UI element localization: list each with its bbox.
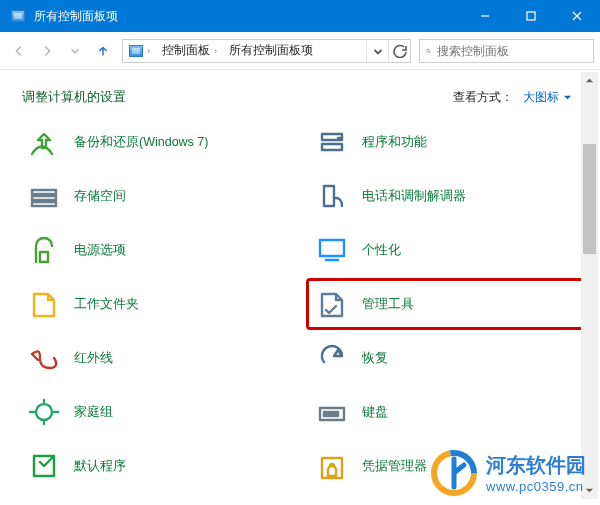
item-storage-spaces-label: 存储空间 — [74, 188, 126, 205]
item-recovery[interactable]: 恢复 — [308, 334, 590, 382]
item-infrared-icon — [24, 338, 64, 378]
maximize-button[interactable] — [508, 0, 554, 32]
item-programs-features-label: 程序和功能 — [362, 134, 427, 151]
breadcrumb-control-panel[interactable]: 控制面板› — [156, 40, 223, 62]
minimize-button[interactable] — [462, 0, 508, 32]
item-default-programs-icon — [24, 446, 64, 486]
item-programs-features-icon — [312, 122, 352, 162]
item-phone-modem-icon — [312, 176, 352, 216]
window-title: 所有控制面板项 — [30, 8, 462, 25]
item-default-programs[interactable]: 默认程序 — [20, 442, 302, 490]
item-region[interactable]: 区域 — [308, 496, 590, 503]
search-box[interactable] — [419, 39, 594, 63]
item-power-options[interactable]: 电源选项 — [20, 226, 302, 274]
item-backup-restore-label: 备份和还原(Windows 7) — [74, 134, 208, 151]
item-homegroup-label: 家庭组 — [74, 404, 113, 421]
forward-button[interactable] — [34, 38, 60, 64]
item-admin-tools[interactable]: 管理工具 — [308, 280, 590, 328]
recent-dropdown[interactable] — [62, 38, 88, 64]
item-phone-modem[interactable]: 电话和调制解调器 — [308, 172, 590, 220]
search-icon — [426, 45, 431, 57]
item-admin-tools-label: 管理工具 — [362, 296, 414, 313]
scrollbar[interactable] — [581, 72, 598, 499]
address-dropdown[interactable] — [366, 40, 388, 62]
item-work-folders-icon — [24, 284, 64, 324]
item-storage-spaces[interactable]: 存储空间 — [20, 172, 302, 220]
item-homegroup-icon — [24, 392, 64, 432]
app-icon — [6, 10, 30, 22]
item-keyboard-label: 键盘 — [362, 404, 388, 421]
breadcrumb-root[interactable]: › — [123, 40, 156, 62]
item-work-folders[interactable]: 工作文件夹 — [20, 280, 302, 328]
scroll-thumb[interactable] — [583, 144, 596, 254]
item-recovery-label: 恢复 — [362, 350, 388, 367]
view-mode-dropdown[interactable]: 大图标 — [523, 89, 572, 106]
item-personalization-label: 个性化 — [362, 242, 401, 259]
item-backup-restore-icon — [24, 122, 64, 162]
item-homegroup[interactable]: 家庭组 — [20, 388, 302, 436]
titlebar: 所有控制面板项 — [0, 0, 600, 32]
scroll-up[interactable] — [581, 72, 598, 89]
content-area: 备份和还原(Windows 7)程序和功能存储空间电话和调制解调器电源选项个性化… — [0, 116, 600, 503]
up-button[interactable] — [90, 38, 116, 64]
item-admin-tools-icon — [312, 284, 352, 324]
item-infrared-label: 红外线 — [74, 350, 113, 367]
svg-rect-0 — [527, 12, 535, 20]
item-power-options-label: 电源选项 — [74, 242, 126, 259]
search-input[interactable] — [437, 44, 587, 58]
item-backup-restore[interactable]: 备份和还原(Windows 7) — [20, 118, 302, 166]
close-button[interactable] — [554, 0, 600, 32]
item-infrared[interactable]: 红外线 — [20, 334, 302, 382]
item-region-icon — [312, 500, 352, 503]
item-credential-manager[interactable]: 凭据管理器 — [308, 442, 590, 490]
item-ease-of-access[interactable]: 轻松使用设置中心 — [20, 496, 302, 503]
item-personalization[interactable]: 个性化 — [308, 226, 590, 274]
navbar: › 控制面板› 所有控制面板项 — [0, 32, 600, 70]
item-default-programs-label: 默认程序 — [74, 458, 126, 475]
chevron-down-icon — [563, 93, 572, 102]
heading-row: 调整计算机的设置 查看方式： 大图标 — [0, 70, 600, 116]
item-programs-features[interactable]: 程序和功能 — [308, 118, 590, 166]
item-ease-of-access-icon — [24, 500, 64, 503]
item-credential-manager-icon — [312, 446, 352, 486]
item-phone-modem-label: 电话和调制解调器 — [362, 188, 466, 205]
view-label: 查看方式： — [453, 89, 513, 106]
item-storage-spaces-icon — [24, 176, 64, 216]
item-credential-manager-label: 凭据管理器 — [362, 458, 427, 475]
item-recovery-icon — [312, 338, 352, 378]
item-personalization-icon — [312, 230, 352, 270]
refresh-button[interactable] — [388, 40, 410, 62]
item-keyboard-icon — [312, 392, 352, 432]
address-bar[interactable]: › 控制面板› 所有控制面板项 — [122, 39, 411, 63]
breadcrumb-all-items[interactable]: 所有控制面板项 — [223, 40, 319, 62]
item-work-folders-label: 工作文件夹 — [74, 296, 139, 313]
item-keyboard[interactable]: 键盘 — [308, 388, 590, 436]
svg-point-1 — [427, 49, 430, 52]
page-title: 调整计算机的设置 — [22, 88, 453, 106]
back-button[interactable] — [6, 38, 32, 64]
scroll-down[interactable] — [581, 482, 598, 499]
item-power-options-icon — [24, 230, 64, 270]
